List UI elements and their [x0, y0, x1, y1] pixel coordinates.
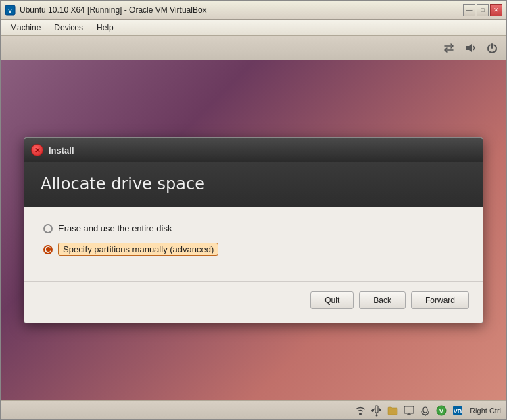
quit-button[interactable]: Quit: [310, 291, 354, 309]
vbox-tray-icon: VB: [451, 404, 464, 417]
svg-text:V: V: [439, 408, 443, 415]
title-bar: V Ubuntu 10.10 X64 [Running] - Oracle VM…: [1, 1, 506, 20]
toolbar: [1, 36, 506, 60]
back-button[interactable]: Back: [359, 291, 406, 309]
radio-erase-label: Erase and use the entire disk: [58, 223, 172, 233]
dialog-titlebar: ✕ Install: [24, 138, 483, 162]
radio-manual-circle[interactable]: [43, 245, 53, 254]
install-dialog: ✕ Install Allocate drive space Erase and…: [24, 137, 483, 323]
vbox-window: V Ubuntu 10.10 X64 [Running] - Oracle VM…: [0, 0, 507, 420]
dialog-header: Allocate drive space: [24, 162, 483, 207]
main-area: ✕ Install Allocate drive space Erase and…: [1, 60, 506, 400]
green-status-icon: V: [435, 404, 448, 417]
menu-bar: Machine Devices Help: [1, 20, 506, 36]
title-bar-buttons: — □ ✕: [463, 4, 502, 16]
svg-rect-4: [375, 406, 378, 413]
radio-option-erase[interactable]: Erase and use the entire disk: [43, 223, 464, 233]
vbox-icon: V: [5, 5, 16, 16]
svg-point-6: [376, 414, 378, 416]
radio-erase-circle[interactable]: [43, 224, 53, 233]
dialog-footer: Quit Back Forward: [24, 281, 483, 323]
svg-rect-11: [404, 406, 414, 413]
title-bar-left: V Ubuntu 10.10 X64 [Running] - Oracle VM…: [5, 5, 207, 16]
svg-marker-2: [466, 44, 472, 52]
display-status-icon: [402, 404, 416, 417]
network-status-icon: [354, 404, 367, 417]
volume-icon[interactable]: [463, 41, 478, 55]
status-bar: V VB Right Ctrl: [1, 400, 506, 419]
dialog-window-title: Install: [49, 145, 74, 156]
svg-point-3: [359, 413, 362, 415]
svg-text:VB: VB: [454, 408, 462, 415]
audio-status-icon: [418, 404, 432, 417]
menu-machine[interactable]: Machine: [3, 22, 47, 34]
forward-button[interactable]: Forward: [411, 291, 469, 309]
right-ctrl-label: Right Ctrl: [470, 406, 501, 415]
dialog-heading: Allocate drive space: [41, 174, 466, 193]
minimize-button[interactable]: —: [463, 4, 475, 16]
svg-rect-14: [423, 407, 427, 413]
svg-rect-10: [379, 409, 381, 411]
radio-manual-label: Specify partitions manually (advanced): [58, 243, 218, 256]
dialog-close-button[interactable]: ✕: [31, 144, 43, 156]
svg-text:V: V: [8, 7, 12, 14]
usb-status-icon: [370, 404, 383, 417]
maximize-button[interactable]: □: [477, 4, 489, 16]
menu-devices[interactable]: Devices: [47, 22, 90, 34]
swap-icon[interactable]: [441, 41, 456, 55]
window-close-button[interactable]: ✕: [490, 4, 502, 16]
folder-status-icon: [386, 404, 400, 417]
menu-help[interactable]: Help: [90, 22, 120, 34]
dialog-body: Erase and use the entire disk Specify pa…: [24, 207, 483, 281]
radio-option-manual[interactable]: Specify partitions manually (advanced): [43, 243, 464, 256]
power-icon[interactable]: [485, 41, 500, 55]
window-title: Ubuntu 10.10 X64 [Running] - Oracle VM V…: [20, 5, 207, 15]
